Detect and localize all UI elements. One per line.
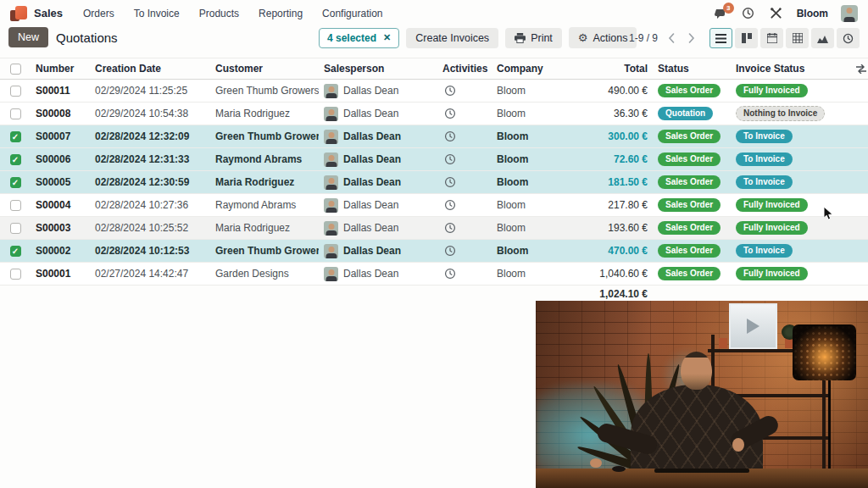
cell-number: S00008 [31,108,90,119]
activity-clock-icon[interactable] [437,199,492,211]
row-checkbox[interactable] [10,154,21,165]
pager-prev-icon[interactable] [665,30,678,47]
table-row[interactable]: S00006 02/28/2024 12:31:33 Raymond Abram… [0,148,868,171]
cell-creation-date: 02/28/2024 12:31:33 [90,153,210,165]
cell-creation-date: 02/28/2024 12:30:59 [90,176,210,188]
column-header-customer[interactable]: Customer [210,63,319,75]
status-badge: Sales Order [658,198,721,213]
view-switcher [709,28,860,48]
activity-clock-icon[interactable] [437,268,492,280]
selection-pill[interactable]: 4 selected [319,28,399,48]
cell-creation-date: 02/28/2024 12:32:09 [90,130,210,142]
optional-columns-icon[interactable] [856,64,868,74]
column-header-salesperson[interactable]: Salesperson [319,63,437,75]
row-checkbox[interactable] [10,86,21,97]
view-switch-pivot-icon[interactable] [786,28,809,48]
view-switch-activity-icon[interactable] [837,28,860,48]
row-checkbox[interactable] [10,269,21,280]
row-checkbox[interactable] [10,200,21,211]
cell-customer: Raymond Abrams [210,199,319,211]
cell-number: S00004 [31,199,90,211]
column-header-total[interactable]: Total [576,63,653,75]
status-badge: Sales Order [658,84,721,98]
main-menu: OrdersTo InvoiceProductsReportingConfigu… [83,8,383,19]
invoice-status-badge: Fully Invoiced [736,267,808,281]
activity-clock-icon[interactable] [437,130,492,142]
printer-icon [515,33,526,43]
salesperson-avatar [324,152,338,167]
clear-selection-icon[interactable] [383,32,391,43]
print-button[interactable]: Print [505,28,562,48]
column-header-invoice-status[interactable]: Invoice Status [731,63,856,75]
view-switch-calendar-icon[interactable] [760,28,783,48]
pager-next-icon[interactable] [685,30,698,47]
status-badge: Sales Order [658,267,721,281]
new-button[interactable]: New [8,27,48,47]
cell-creation-date: 02/28/2024 10:27:36 [90,199,210,211]
row-checkbox[interactable] [10,131,21,142]
activity-clock-icon[interactable] [437,176,492,188]
column-header-creation-date[interactable]: Creation Date [90,63,210,75]
invoice-status-badge: To Invoice [736,244,793,258]
activity-clock-icon[interactable] [437,153,492,165]
activity-clock-icon[interactable] [437,108,492,119]
menu-item-to-invoice[interactable]: To Invoice [134,8,180,19]
menu-item-reporting[interactable]: Reporting [259,8,303,19]
row-checkbox[interactable] [10,108,21,119]
salesperson-avatar [324,267,338,281]
cell-salesperson: Dallas Dean [343,268,398,280]
cell-company: Bloom [492,85,576,97]
cell-company: Bloom [492,245,576,257]
table-row[interactable]: S00005 02/28/2024 12:30:59 Maria Rodrigu… [0,171,868,194]
menu-item-configuration[interactable]: Configuration [322,8,382,19]
selection-count: 4 selected [327,32,376,44]
status-badge: Sales Order [658,152,721,167]
row-checkbox[interactable] [10,177,21,188]
activity-clock-icon[interactable] [437,85,492,97]
menu-item-orders[interactable]: Orders [83,8,114,19]
tools-icon[interactable] [769,6,784,21]
table-row[interactable]: S00007 02/28/2024 12:32:09 Green Thumb G… [0,125,868,148]
salesperson-avatar [324,244,338,258]
table-row[interactable]: S00002 02/28/2024 10:12:53 Green Thumb G… [0,240,868,263]
cell-salesperson: Dallas Dean [343,153,401,165]
table-row[interactable]: S00008 02/29/2024 10:54:38 Maria Rodrigu… [0,103,868,125]
activity-clock-icon[interactable] [437,222,492,234]
cell-number: S00005 [31,176,90,188]
activities-clock-icon[interactable] [741,6,756,21]
invoice-status-badge: Fully Invoiced [736,221,808,236]
menu-item-products[interactable]: Products [199,8,239,19]
view-switch-kanban-icon[interactable] [735,28,758,48]
app-title[interactable]: Sales [34,7,63,19]
cell-salesperson: Dallas Dean [343,222,398,234]
column-header-company[interactable]: Company [492,63,576,75]
cell-salesperson: Dallas Dean [343,130,401,142]
row-checkbox[interactable] [10,223,21,234]
cell-company: Bloom [492,130,576,142]
user-company-name[interactable]: Bloom [797,8,828,19]
odoo-logo-icon[interactable] [10,6,27,21]
plant-pot-2 [719,338,727,348]
cell-total: 72.60 € [576,153,653,165]
cell-customer: Maria Rodriguez [210,176,319,188]
activity-clock-icon[interactable] [437,245,492,257]
row-checkbox[interactable] [10,246,21,257]
cell-number: S00002 [31,245,90,257]
table-row[interactable]: S00011 02/29/2024 11:25:25 Green Thumb G… [0,80,868,103]
user-avatar[interactable] [841,5,858,22]
actions-button[interactable]: Actions [569,27,637,48]
view-switch-list-icon[interactable] [709,28,732,48]
select-all-checkbox[interactable] [10,64,21,75]
video-overlay[interactable] [536,301,868,488]
table-row[interactable]: S00001 02/27/2024 14:42:47 Garden Design… [0,263,868,286]
column-header-activities[interactable]: Activities [437,63,492,75]
cell-company: Bloom [492,176,576,188]
messages-icon[interactable]: 3 [713,6,728,21]
breadcrumb[interactable]: Quotations [56,30,118,45]
create-invoices-button[interactable]: Create Invoices [406,28,498,48]
column-header-number[interactable]: Number [31,63,90,75]
view-switch-graph-icon[interactable] [811,28,834,48]
table-row[interactable]: S00003 02/28/2024 10:25:52 Maria Rodrigu… [0,217,868,240]
column-header-status[interactable]: Status [653,63,731,75]
table-row[interactable]: S00004 02/28/2024 10:27:36 Raymond Abram… [0,194,868,217]
